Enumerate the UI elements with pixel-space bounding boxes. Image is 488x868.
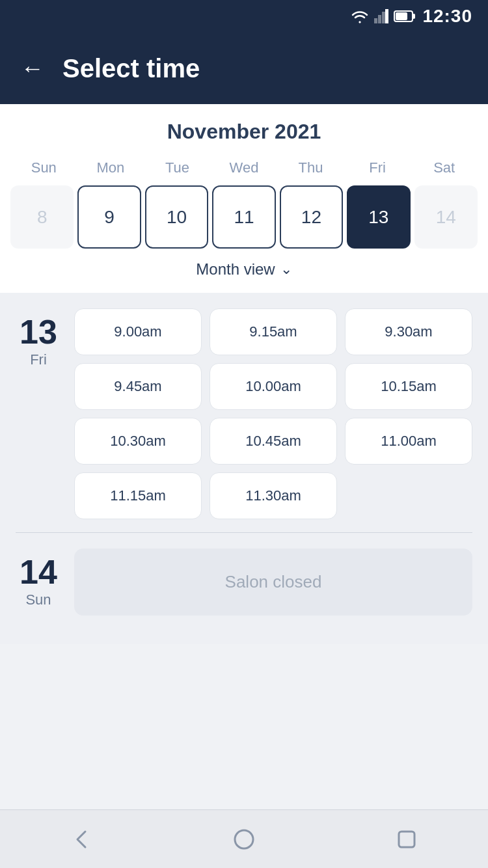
month-view-toggle[interactable]: Month view ⌄ [10, 249, 478, 282]
svg-rect-0 [374, 18, 377, 23]
calendar-day[interactable]: 12 [280, 185, 343, 249]
weekdays-row: SunMonTueWedThuFriSat [10, 157, 478, 179]
calendar-day[interactable]: 8 [10, 185, 74, 249]
day-group: 13Fri9.00am9.15am9.30am9.45am10.00am10.1… [16, 308, 472, 519]
month-view-label: Month view [196, 260, 275, 278]
bottom-nav [0, 809, 488, 868]
day-number-block: 13Fri [16, 308, 61, 368]
calendar-section: November 2021 SunMonTueWedThuFriSat 8910… [0, 104, 488, 293]
signal-icon [374, 9, 388, 23]
time-slot[interactable]: 11.15am [74, 472, 202, 519]
closed-day-name: Sun [25, 591, 51, 608]
day-number: 13 [20, 315, 57, 349]
time-slot[interactable]: 10.30am [74, 418, 202, 465]
weekday-label: Sun [10, 157, 77, 179]
calendar-day[interactable]: 10 [145, 185, 208, 249]
svg-rect-1 [378, 15, 381, 23]
status-time: 12:30 [422, 6, 472, 27]
status-bar: 12:30 [0, 0, 488, 33]
svg-rect-5 [413, 14, 415, 19]
svg-rect-3 [385, 9, 388, 23]
closed-day-number-block: 14Sun [16, 549, 61, 608]
battery-icon [394, 10, 416, 22]
nav-back-button[interactable] [65, 823, 98, 856]
status-icons [351, 9, 416, 23]
weekday-label: Wed [211, 157, 278, 179]
back-button[interactable]: ← [21, 57, 44, 80]
days-row: 891011121314 [10, 185, 478, 249]
time-slot[interactable]: 11.00am [345, 418, 472, 465]
svg-rect-2 [382, 12, 385, 23]
nav-recents-button[interactable] [390, 823, 423, 856]
svg-point-7 [235, 830, 253, 848]
salon-closed-message: Salon closed [74, 549, 472, 616]
chevron-down-icon: ⌄ [280, 261, 292, 278]
closed-day-number: 14 [20, 555, 57, 589]
wifi-icon [351, 9, 369, 23]
day-name: Fri [30, 351, 47, 368]
weekday-label: Fri [344, 157, 411, 179]
time-slot[interactable]: 9.30am [345, 308, 472, 355]
time-slot[interactable]: 10.45am [210, 418, 337, 465]
closed-day-group: 14SunSalon closed [16, 549, 472, 616]
svg-rect-8 [399, 832, 414, 847]
calendar-day[interactable]: 14 [414, 185, 478, 249]
nav-home-button[interactable] [228, 823, 260, 856]
time-slot[interactable]: 9.00am [74, 308, 202, 355]
month-label: November 2021 [10, 120, 478, 144]
time-slot[interactable]: 9.15am [210, 308, 337, 355]
svg-rect-6 [396, 12, 407, 20]
time-slot[interactable]: 9.45am [74, 363, 202, 410]
weekday-label: Tue [144, 157, 211, 179]
weekday-label: Mon [77, 157, 144, 179]
weekday-label: Sat [411, 157, 478, 179]
time-slot[interactable]: 11.30am [210, 472, 337, 519]
calendar-day[interactable]: 9 [77, 185, 141, 249]
timeslots-section: 13Fri9.00am9.15am9.30am9.45am10.00am10.1… [0, 293, 488, 644]
page-title: Select time [62, 54, 200, 83]
calendar-day[interactable]: 11 [212, 185, 275, 249]
time-slot[interactable]: 10.00am [210, 363, 337, 410]
section-divider [16, 532, 472, 533]
time-slots-grid: 9.00am9.15am9.30am9.45am10.00am10.15am10… [74, 308, 472, 519]
time-slot[interactable]: 10.15am [345, 363, 472, 410]
weekday-label: Thu [277, 157, 344, 179]
app-header: ← Select time [0, 33, 488, 104]
calendar-day[interactable]: 13 [347, 185, 410, 249]
